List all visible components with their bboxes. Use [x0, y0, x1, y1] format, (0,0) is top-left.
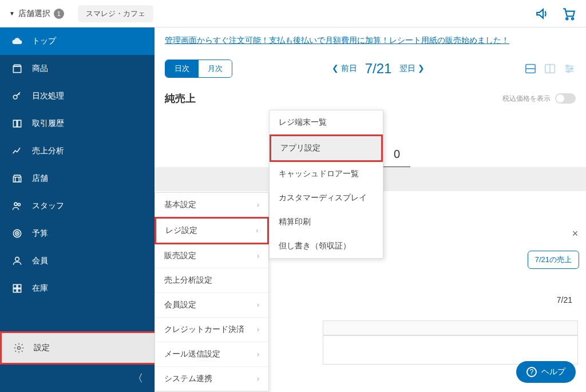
menu-credit-settings[interactable]: クレジットカード決済› [155, 318, 268, 342]
banner-link[interactable]: 管理画面からすぐ注文可能！支払も後払いで月額費用に加算！レシート用紙の販売始めま… [165, 35, 509, 45]
sidebar-item-label: 在庫 [32, 283, 48, 294]
sidebar-item-staff[interactable]: スタッフ [0, 192, 155, 220]
controls-row: 日次 月次 ❮ 前日 7/21 翌日 ❯ [155, 54, 586, 84]
menu-system-integration[interactable]: システム連携› [155, 367, 268, 391]
menu-register-settings[interactable]: レジ設定› [155, 217, 269, 244]
store-select-label: 店舗選択 [18, 9, 50, 19]
store-select[interactable]: ▼ 店舗選択 1 [9, 9, 64, 19]
table-outline [323, 335, 578, 365]
sidebar-item-settings[interactable]: 設定 [2, 333, 155, 363]
svg-point-1 [572, 18, 573, 19]
sidebar-item-products[interactable]: 商品 [0, 55, 155, 82]
sidebar-item-label: 会員 [32, 256, 48, 266]
caret-down-icon: ▼ [9, 10, 15, 17]
sidebar-item-inventory[interactable]: 在庫 [0, 275, 155, 302]
book-icon [11, 118, 23, 129]
chart-icon [11, 145, 23, 157]
submenu-customer-display[interactable]: カスタマーディスプレイ [270, 186, 383, 210]
next-day-button[interactable]: 翌日 ❯ [399, 64, 425, 74]
prev-day-button[interactable]: ❮ 前日 [332, 64, 357, 74]
sidebar-item-transactions[interactable]: 取引履歴 [0, 110, 155, 137]
seg-monthly[interactable]: 月次 [199, 60, 232, 77]
menu-mail-settings[interactable]: メール送信設定› [155, 342, 268, 367]
help-button[interactable]: ? ヘルプ [516, 361, 576, 383]
sidebar-item-label: 予算 [32, 228, 48, 239]
store-icon [11, 173, 23, 184]
menu-analytics-settings[interactable]: 売上分析設定 [155, 268, 268, 293]
cloud-icon [11, 35, 23, 47]
menu-member-settings[interactable]: 会員設定› [155, 293, 268, 318]
tax-toggle-row: 税込価格を表示 [502, 93, 576, 104]
settings-menu: 基本設定› レジ設定› 販売設定› 売上分析設定 会員設定› クレジットカード決… [155, 192, 269, 391]
submenu-receipt-note[interactable]: 但し書き（領収証） [270, 234, 383, 258]
box-icon [11, 63, 23, 74]
close-button[interactable]: × [568, 226, 583, 241]
svg-point-8 [17, 233, 18, 234]
top-bar: ▼ 店舗選択 1 スマレジ・カフェ [0, 0, 586, 27]
period-segment: 日次 月次 [165, 60, 232, 78]
sidebar-item-label: スタッフ [32, 201, 64, 211]
sales-badge-button[interactable]: 7/21の売上 [528, 251, 579, 269]
users-icon [11, 200, 23, 212]
sidebar-item-label: 売上分析 [32, 146, 64, 156]
menu-sales-settings[interactable]: 販売設定› [155, 244, 268, 268]
help-label: ヘルプ [541, 367, 565, 377]
cart-icon[interactable] [561, 6, 577, 22]
zero-value: 0 [383, 148, 410, 167]
user-icon [11, 255, 23, 267]
svg-point-0 [566, 18, 568, 19]
gear-icon [13, 342, 25, 354]
seg-daily[interactable]: 日次 [165, 60, 199, 77]
submenu-settlement-print[interactable]: 精算印刷 [270, 210, 383, 234]
current-date[interactable]: 7/21 [365, 61, 392, 77]
chevron-right-icon: › [256, 227, 258, 235]
sidebar-item-label: 店舗 [32, 173, 48, 184]
sidebar-item-label: トップ [32, 36, 56, 46]
key-icon [11, 90, 23, 102]
store-count-badge: 1 [54, 9, 64, 19]
svg-rect-12 [13, 289, 17, 292]
tax-toggle[interactable] [555, 93, 576, 104]
banner: 管理画面からすぐ注文可能！支払も後払いで月額費用に加算！レシート用紙の販売始めま… [155, 27, 586, 54]
store-name-pill[interactable]: スマレジ・カフェ [78, 5, 153, 22]
sliders-view-icon[interactable] [563, 62, 576, 75]
sidebar-item-analytics[interactable]: 売上分析 [0, 137, 155, 165]
menu-basic-settings[interactable]: 基本設定› [155, 193, 268, 217]
sidebar-item-members[interactable]: 会員 [0, 247, 155, 275]
sidebar-item-label: 設定 [34, 343, 50, 353]
sidebar-item-label: 商品 [32, 64, 48, 74]
sidebar-item-stores[interactable]: 店舗 [0, 165, 155, 192]
net-sales-heading: 純売上 [165, 92, 196, 105]
sidebar-item-label: 日次処理 [32, 91, 64, 101]
date-nav: ❮ 前日 7/21 翌日 ❯ [332, 61, 425, 77]
chevron-right-icon: › [257, 301, 259, 309]
tax-toggle-label: 税込価格を表示 [502, 94, 551, 104]
announce-icon[interactable] [534, 6, 551, 22]
sidebar-item-budget[interactable]: 予算 [0, 220, 155, 247]
chevron-right-icon: › [257, 350, 259, 358]
sidebar-item-daily[interactable]: 日次処理 [0, 82, 155, 110]
question-icon: ? [526, 367, 537, 377]
svg-rect-13 [18, 289, 21, 292]
register-submenu: レジ端末一覧 アプリ設定 キャッシュドロア一覧 カスタマーディスプレイ 精算印刷… [269, 110, 383, 259]
submenu-app-settings[interactable]: アプリ設定 [270, 134, 383, 162]
submenu-terminal-list[interactable]: レジ端末一覧 [270, 110, 383, 134]
grid-icon [11, 283, 23, 294]
sidebar-collapse-button[interactable]: 〈 [0, 365, 155, 392]
sidebar-item-label: 取引履歴 [32, 118, 64, 129]
svg-rect-11 [18, 284, 21, 288]
split-view-icon[interactable] [524, 62, 537, 75]
sidebar: トップ 商品 日次処理 取引履歴 売上分析 店舗 スタッフ 予算 会員 在庫 設 [0, 27, 155, 392]
submenu-cashdrawer-list[interactable]: キャッシュドロア一覧 [270, 162, 383, 186]
svg-point-4 [14, 203, 17, 205]
svg-point-14 [18, 347, 21, 350]
sidebar-item-top[interactable]: トップ [0, 27, 155, 55]
chevron-right-icon: › [257, 326, 259, 334]
section-head: 純売上 税込価格を表示 [155, 84, 586, 113]
svg-rect-2 [13, 66, 21, 73]
columns-view-icon[interactable] [544, 62, 556, 75]
sidebar-settings-highlight: 設定 [0, 331, 155, 365]
target-icon [11, 228, 23, 239]
svg-point-9 [15, 257, 19, 261]
view-mode-icons [524, 62, 576, 75]
